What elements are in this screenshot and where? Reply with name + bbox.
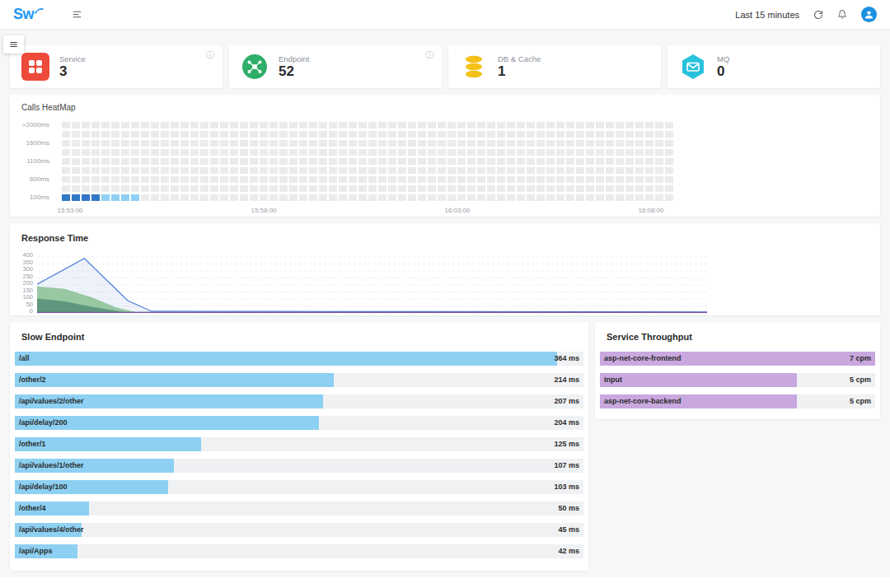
stat-card-db-cache[interactable]: DB & Cache 1 [448,45,661,88]
user-avatar[interactable] [861,7,877,22]
bar-row[interactable]: Input5 cpm [600,373,875,387]
heatmap-row [62,176,673,183]
menu-fold-icon[interactable] [72,9,82,20]
heatmap-cell [635,176,644,183]
heatmap-cell [250,122,258,128]
heatmap-cell [72,122,80,128]
heatmap-cell [447,194,456,201]
topbar-actions: Last 15 minutes [735,7,877,22]
calls-heatmap-panel: Calls HeatMap >2000ms1600ms1100ms600ms10… [10,95,880,217]
heatmap-cell [62,194,70,201]
heatmap-cell [487,140,495,147]
heatmap-cell [349,158,357,165]
bar-value: 107 ms [554,459,579,473]
heatmap-cell [289,131,297,138]
heatmap-cell [329,167,337,174]
heatmap-cell [487,158,495,165]
heatmap-cell [368,158,377,165]
heatmap-cell [111,185,119,192]
bar-fill [15,373,334,387]
heatmap-cell [408,149,416,156]
bar-value: 42 ms [558,544,579,558]
heatmap-cell [220,167,228,174]
heatmap-cell [418,140,426,147]
time-range-selector[interactable]: Last 15 minutes [735,10,799,20]
heatmap-cell [260,176,268,183]
panel-title: Slow Endpoint [10,322,588,342]
heatmap-cell [477,140,485,147]
heatmap-cell [467,167,475,174]
bar-row[interactable]: /other/450 ms [15,502,583,516]
stat-card-mq[interactable]: MQ 0 [668,45,880,88]
bar-label: /api/values/1/other [19,459,84,473]
heatmap-cell [556,176,564,183]
heatmap-cell [82,131,90,138]
heatmap-cell [388,158,396,165]
heatmap-cell [319,122,327,128]
heatmap-cell [299,167,307,174]
app-logo[interactable]: Sw [13,6,44,23]
bar-row[interactable]: asp-net-core-backend5 cpm [600,394,875,408]
heatmap-cell [616,149,624,156]
heatmap-cell [556,194,564,201]
heatmap-cell [536,167,545,174]
heatmap-cell [171,149,179,156]
heatmap-cell [131,167,139,174]
heatmap-cell [279,149,288,156]
heatmap-cell [645,149,653,156]
heatmap-cell [319,176,327,183]
heatmap-cell [299,176,307,183]
heatmap-cell [447,131,456,138]
heatmap-cell [250,176,258,183]
heatmap-cell [200,185,208,192]
heatmap-cell [349,140,357,147]
heatmap-cell [161,131,169,138]
heatmap-cell [655,176,663,183]
refresh-icon[interactable] [813,10,823,20]
heatmap-cell [467,140,475,147]
heatmap-y-label: >2000ms [10,121,49,128]
heatmap-cell [190,167,199,174]
heatmap-cell [497,167,505,174]
heatmap-cell [111,140,119,147]
stat-card-service[interactable]: Service 3 ⓘ [10,45,222,88]
heatmap-cell [250,149,258,156]
heatmap-cell [91,131,100,138]
info-icon[interactable]: ⓘ [206,51,214,59]
bar-row[interactable]: /api/delay/200204 ms [15,416,583,430]
heatmap-cell [616,194,624,201]
stat-card-endpoint[interactable]: Endpoint 52 ⓘ [229,45,442,88]
heatmap-cell [250,158,258,165]
bar-label: /api/values/4/other [19,523,84,537]
heatmap-cell [329,122,337,128]
heatmap-cell [111,149,119,156]
heatmap-cell [220,149,228,156]
bar-label: /other/2 [19,373,46,387]
bar-row[interactable]: /other/1125 ms [15,437,583,451]
bar-row[interactable]: /api/values/4/other45 ms [15,523,583,537]
heatmap-cell [487,176,495,183]
bar-row[interactable]: /all364 ms [15,352,583,366]
stat-value: 3 [59,63,86,79]
heatmap-cell [378,194,386,201]
sidebar-toggle-button[interactable] [3,35,24,54]
heatmap-cell [438,140,446,147]
heatmap-cell [230,122,238,128]
bar-row[interactable]: asp-net-core-frontend7 cpm [600,352,875,366]
heatmap-cell [556,167,564,174]
heatmap-cell [279,140,288,147]
bar-row[interactable]: /api/Apps42 ms [15,544,583,558]
bar-row[interactable]: /api/values/1/other107 ms [15,459,583,473]
heatmap-cell [616,176,624,183]
database-icon [460,53,488,81]
throughput-rows: asp-net-core-frontend7 cpmInput5 cpmasp-… [600,352,875,416]
heatmap-cell [299,185,307,192]
heatmap-cell [329,140,337,147]
endpoint-icon [241,53,269,81]
bar-row[interactable]: /other/2214 ms [15,373,583,387]
bar-row[interactable]: /api/values/2/other207 ms [15,394,583,408]
bar-row[interactable]: /api/delay/100103 ms [15,480,583,494]
notifications-bell-icon[interactable] [837,9,847,20]
info-icon[interactable]: ⓘ [425,51,433,59]
heatmap-cell [616,185,624,192]
